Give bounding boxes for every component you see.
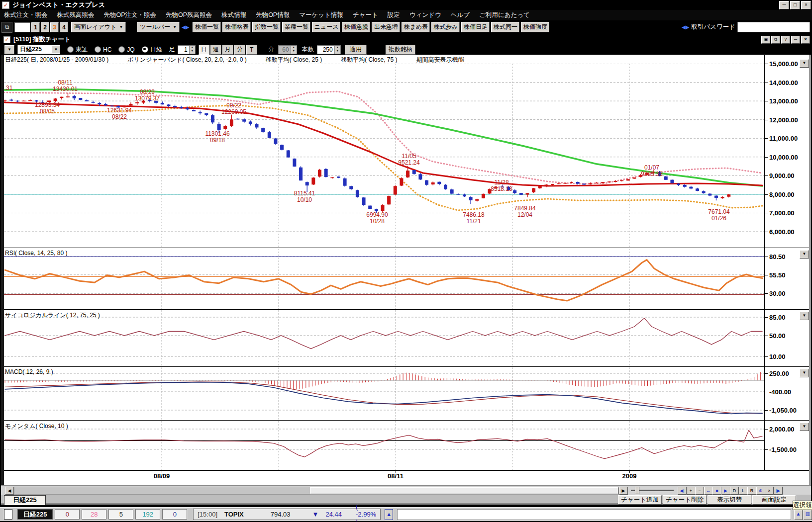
scroll-left-icon[interactable]: ◀ xyxy=(5,487,14,495)
symbol-history-dropdown[interactable]: ▼ xyxy=(4,45,14,54)
period-button-分[interactable]: 分 xyxy=(234,45,245,55)
right-axis-button[interactable]: R xyxy=(747,487,756,495)
period-button-月[interactable]: 月 xyxy=(222,45,233,55)
left-axis-button[interactable]: L xyxy=(739,487,748,495)
list-icon[interactable]: ▥ xyxy=(804,509,812,520)
window-switch-icon[interactable]: ⧉ xyxy=(1,22,12,33)
zoom-in-icon[interactable]: + xyxy=(687,487,696,495)
menu-item-11[interactable]: ご利用にあたって xyxy=(479,11,530,19)
toolbar-button-5[interactable]: 株価急騰 xyxy=(342,22,370,32)
page-button-2[interactable]: 2 xyxy=(41,22,49,32)
pane-menu-icon[interactable]: ▼ xyxy=(800,59,809,68)
page-button-4[interactable]: 4 xyxy=(60,22,68,32)
toggle-view-button[interactable]: 表示切替 xyxy=(708,495,751,505)
screen-settings-button[interactable]: 画面設定 xyxy=(752,495,796,505)
toolbar-button-10[interactable]: 株式同一 xyxy=(491,22,519,32)
toolbar-button-11[interactable]: 株価強度 xyxy=(521,22,549,32)
menu-item-9[interactable]: ウィンドウ xyxy=(409,11,441,19)
menu-item-1[interactable]: 株式残高照会 xyxy=(57,11,95,19)
menu-item-4[interactable]: 株式情報 xyxy=(221,11,246,19)
menu-item-3[interactable]: 先物OP残高照会 xyxy=(166,11,212,19)
step-right-icon[interactable]: |▶ xyxy=(774,487,783,495)
toolbar-button-7[interactable]: 株まめ表 xyxy=(402,22,430,32)
page-number-input[interactable] xyxy=(14,22,30,32)
symbol-combo[interactable]: 日経225 ▼ xyxy=(17,45,60,54)
price-annotation-11: 11/288518.13 xyxy=(491,179,512,192)
day-mode-button[interactable]: D xyxy=(730,487,739,495)
market-radio-HC[interactable]: HC xyxy=(95,45,111,54)
pane-menu-icon[interactable]: ▼ xyxy=(800,369,809,377)
status-indicator-box[interactable] xyxy=(4,509,12,520)
zoom-out-icon[interactable]: − xyxy=(695,487,704,495)
window-right-border xyxy=(809,55,811,495)
print-icon[interactable]: ▣ xyxy=(761,36,770,44)
period-button-T[interactable]: T xyxy=(246,45,257,55)
minimize-icon[interactable]: ─ xyxy=(791,36,800,44)
step-left-icon[interactable]: ◀| xyxy=(678,487,687,495)
toolbar-button-1[interactable]: 株価格表 xyxy=(222,22,251,32)
scroll-up-icon[interactable]: ▲ xyxy=(794,509,803,520)
help-icon[interactable]: ? xyxy=(781,36,790,44)
scroll-right-icon[interactable]: ▶ xyxy=(619,487,628,495)
scrollbar-track[interactable] xyxy=(14,487,619,495)
page-button-1[interactable]: 1 xyxy=(31,22,40,32)
toolbar-button-4[interactable]: ニュース xyxy=(312,22,340,32)
zoom-slider-thumb[interactable] xyxy=(635,487,639,494)
chart-window-check-icon[interactable]: ✓ xyxy=(3,36,10,43)
menu-item-10[interactable]: ヘルプ xyxy=(451,11,470,19)
spinner-arrows-icon[interactable]: ▲▼ xyxy=(334,46,340,54)
close-icon[interactable]: × xyxy=(801,1,811,9)
close-icon[interactable]: × xyxy=(765,487,774,495)
toolbar-dropdown-button[interactable]: ツールバー ▼ xyxy=(137,22,180,32)
add-chart-button[interactable]: チャート追加 xyxy=(618,495,662,505)
multi-symbol-button[interactable]: 複数銘柄 xyxy=(386,45,415,55)
market-radio-日経[interactable]: 日経 xyxy=(142,45,162,54)
price-annotation-2: 08/1113430.01 xyxy=(53,80,78,92)
count-spinner[interactable]: 250 ▲▼ xyxy=(317,45,341,54)
magnifier-icon[interactable]: ⊕ xyxy=(756,487,765,495)
market-radio-東証[interactable]: 東証 xyxy=(67,45,88,54)
toolbar-button-6[interactable]: 出来急増 xyxy=(372,22,400,32)
layout-icon[interactable]: ⧉ xyxy=(771,36,780,44)
play-icon[interactable]: ▶ xyxy=(721,487,730,495)
toolbar-button-9[interactable]: 株価日足 xyxy=(461,22,490,32)
splitter-icon[interactable]: ◀▶ xyxy=(682,24,689,30)
menu-item-6[interactable]: マーケット情報 xyxy=(299,11,343,19)
menu-item-0[interactable]: 株式注文・照会 xyxy=(4,11,48,19)
axis-label: 55.50 xyxy=(769,271,786,279)
market-radio-JQ[interactable]: JQ xyxy=(118,45,134,54)
scrollbar-thumb[interactable] xyxy=(310,487,618,494)
minimize-icon[interactable]: ─ xyxy=(779,1,789,9)
chart-canvas[interactable] xyxy=(4,64,764,471)
period-button-週[interactable]: 週 xyxy=(210,45,221,55)
fit-width-icon[interactable]: ↔ xyxy=(704,487,713,495)
pane-menu-icon[interactable]: ▼ xyxy=(800,312,809,320)
apply-button[interactable]: 適用 xyxy=(345,45,367,55)
close-icon[interactable]: ✕ xyxy=(801,36,810,44)
toolbar-button-0[interactable]: 株価一覧 xyxy=(193,22,221,32)
spinner-arrows-icon[interactable]: ▲▼ xyxy=(189,46,195,54)
tab-row: 日経225 チャート追加チャート削除表示切替画面設定 xyxy=(1,495,811,505)
layout-dropdown-button[interactable]: 画面レイアウト ▼ xyxy=(71,22,126,32)
price-annotation-12: 7849.8412/04 xyxy=(514,205,535,218)
period-button-日[interactable]: 日 xyxy=(199,45,209,55)
stop-icon[interactable]: ■ xyxy=(712,487,721,495)
remove-chart-button[interactable]: チャート削除 xyxy=(663,495,707,505)
status-up-icon[interactable]: ▲ xyxy=(385,509,393,520)
bar-count-spinner[interactable]: 1 ▲▼ xyxy=(178,45,196,54)
menu-item-8[interactable]: 設定 xyxy=(388,11,400,19)
ma25-info: 移動平均( Close, 25 ) xyxy=(266,56,322,63)
menu-item-7[interactable]: チャート xyxy=(353,11,378,19)
menu-item-2[interactable]: 先物OP注文・照会 xyxy=(104,11,157,19)
trade-password-input[interactable] xyxy=(737,22,810,32)
toolbar-button-2[interactable]: 指数一覧 xyxy=(252,22,281,32)
page-button-3[interactable]: 3 xyxy=(50,22,59,32)
maximize-icon[interactable]: □ xyxy=(790,1,800,9)
tab-nikkei225[interactable]: 日経225 xyxy=(4,495,46,505)
splitter-icon[interactable]: ◀▶ xyxy=(182,24,189,30)
pane-menu-icon[interactable]: ▼ xyxy=(800,250,809,259)
menu-item-5[interactable]: 先物OP情報 xyxy=(256,11,290,19)
toolbar-button-8[interactable]: 株式歩み xyxy=(431,22,460,32)
pane-menu-icon[interactable]: ▼ xyxy=(800,423,809,431)
toolbar-button-3[interactable]: 業種一覧 xyxy=(282,22,310,32)
